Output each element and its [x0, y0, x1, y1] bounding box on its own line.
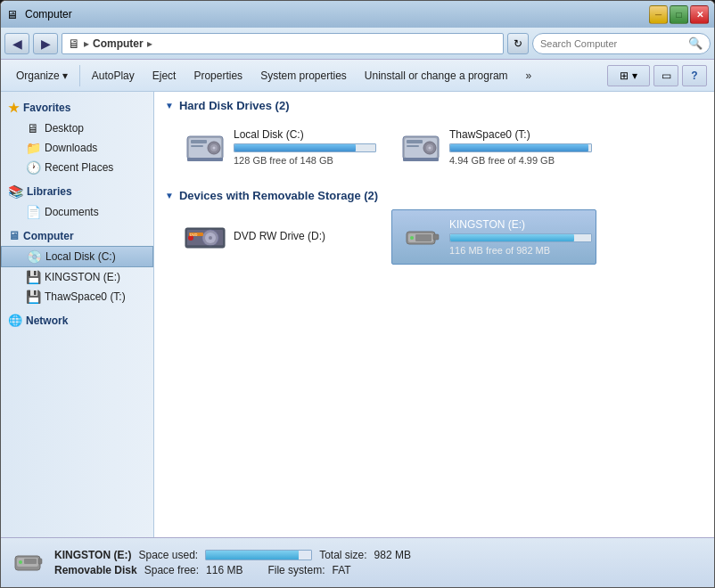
sidebar-item-kingston[interactable]: 💾 KINGSTON (E:)	[1, 267, 153, 287]
address-arrow2: ▸	[147, 37, 152, 50]
help-button[interactable]: ?	[682, 65, 707, 86]
sidebar-item-downloads[interactable]: 📁 Downloads	[1, 138, 153, 158]
favorites-header[interactable]: ★ Favorites	[1, 97, 153, 118]
hdd-title: Hard Disk Drives (2)	[179, 99, 290, 112]
thawspace-t-info: ThawSpace0 (T:) 4.94 GB free of 4.99 GB	[449, 128, 592, 166]
toolbar: Organize ▾ AutoPlay Eject Properties Sys…	[1, 60, 714, 92]
titlebar-left: 🖥 Computer	[6, 8, 72, 21]
svg-rect-34	[24, 559, 37, 564]
documents-label: Documents	[45, 206, 99, 218]
downloads-icon: 📁	[26, 141, 40, 155]
eject-button[interactable]: Eject	[144, 63, 185, 88]
recent-label: Recent Places	[45, 161, 113, 174]
search-icon: 🔍	[688, 37, 703, 50]
svg-rect-14	[407, 145, 419, 147]
local-c-name: Local Disk (C:)	[234, 128, 376, 141]
local-c-space: 128 GB free of 148 GB	[234, 155, 376, 166]
view-options-button[interactable]: ⊞ ▾	[607, 65, 650, 86]
svg-point-4	[213, 147, 216, 150]
libraries-section: 📚 Libraries 📄 Documents	[1, 181, 153, 222]
minimize-button[interactable]: ─	[649, 5, 668, 24]
hdd-triangle: ▼	[165, 101, 174, 110]
svg-rect-15	[403, 158, 439, 161]
svg-text:DVD: DVD	[190, 233, 198, 237]
favorites-section: ★ Favorites 🖥 Desktop 📁 Downloads 🕐 Rece…	[1, 97, 153, 177]
close-button[interactable]: ✕	[690, 5, 709, 24]
status-drive-name: KINGSTON (E:)	[54, 549, 131, 561]
status-filesystem-label: File system:	[267, 564, 325, 576]
removable-title: Devices with Removable Storage (2)	[179, 189, 378, 202]
status-info: KINGSTON (E:) Space used: Total size: 98…	[54, 549, 411, 576]
maximize-button[interactable]: □	[670, 5, 688, 24]
thawspace-t-space: 4.94 GB free of 4.99 GB	[449, 155, 592, 166]
sidebar-item-thawspace[interactable]: 💾 ThawSpace0 (T:)	[1, 287, 153, 306]
drive-dvd-d[interactable]: DVD DVD RW Drive (D:)	[176, 209, 381, 265]
system-properties-button[interactable]: System properties	[252, 63, 355, 88]
kingston-label: KINGSTON (E:)	[45, 271, 120, 283]
organize-label: Organize	[16, 69, 60, 82]
computer-header[interactable]: 🖥 Computer	[1, 225, 153, 246]
sidebar-item-local-disk[interactable]: 💿 Local Disk (C:)	[1, 246, 153, 267]
kingston-e-space: 116 MB free of 982 MB	[449, 245, 592, 256]
organize-arrow: ▾	[62, 69, 68, 82]
downloads-label: Downloads	[45, 142, 97, 154]
uninstall-button[interactable]: Uninstall or change a program	[357, 63, 516, 88]
toolbar-divider-1	[79, 65, 80, 86]
system-properties-label: System properties	[260, 69, 347, 82]
folder-icon: 🖥	[68, 37, 80, 51]
thawspace-t-bar	[449, 143, 592, 152]
star-icon: ★	[8, 101, 20, 115]
kingston-e-info: KINGSTON (E:) 116 MB free of 982 MB	[449, 218, 592, 256]
organize-button[interactable]: Organize ▾	[8, 63, 76, 88]
status-total-size-label: Total size:	[319, 549, 366, 561]
statusbar: KINGSTON (E:) Space used: Total size: 98…	[1, 537, 714, 587]
preview-pane-button[interactable]: ▭	[653, 65, 678, 86]
address-prefix: ▸	[84, 37, 89, 50]
svg-rect-13	[407, 140, 423, 143]
search-input[interactable]	[540, 38, 685, 49]
back-button[interactable]: ◀	[4, 33, 29, 54]
thawspace-t-bar-fill	[450, 144, 588, 151]
status-bar-bg	[205, 550, 312, 560]
local-c-image	[184, 126, 226, 168]
computer-section: 🖥 Computer 💿 Local Disk (C:) 💾 KINGSTON …	[1, 225, 153, 306]
toolbar-right: ⊞ ▾ ▭ ?	[607, 65, 707, 86]
drive-local-c[interactable]: Local Disk (C:) 128 GB free of 148 GB	[176, 119, 381, 175]
drive-kingston-e[interactable]: KINGSTON (E:) 116 MB free of 982 MB	[391, 209, 596, 265]
sidebar-item-desktop[interactable]: 🖥 Desktop	[1, 118, 153, 138]
sidebar-item-recent[interactable]: 🕐 Recent Places	[1, 158, 153, 177]
window: 🖥 Computer ─ □ ✕ ◀ ▶ 🖥 ▸ Computer ▸ ↻ 🔍 …	[0, 0, 715, 588]
window-controls: ─ □ ✕	[649, 5, 709, 24]
sidebar-item-documents[interactable]: 📄 Documents	[1, 202, 153, 222]
status-bar-wrap	[205, 550, 312, 560]
libraries-label: Libraries	[27, 185, 72, 198]
status-drive-image	[12, 547, 44, 579]
removable-section-header: ▼ Devices with Removable Storage (2)	[165, 189, 703, 202]
thawspace-label: ThawSpace0 (T:)	[45, 290, 126, 303]
address-box[interactable]: 🖥 ▸ Computer ▸	[62, 33, 504, 54]
more-button[interactable]: »	[518, 63, 540, 88]
libraries-header[interactable]: 📚 Libraries	[1, 181, 153, 202]
svg-rect-27	[433, 234, 439, 240]
network-header[interactable]: 🌐 Network	[1, 310, 153, 331]
properties-button[interactable]: Properties	[185, 63, 251, 88]
local-c-info: Local Disk (C:) 128 GB free of 148 GB	[234, 128, 376, 166]
search-box[interactable]: 🔍	[532, 33, 711, 54]
address-path: Computer	[93, 37, 144, 50]
refresh-button[interactable]: ↻	[507, 33, 529, 54]
drive-thawspace-t[interactable]: ThawSpace0 (T:) 4.94 GB free of 4.99 GB	[391, 119, 596, 175]
eject-label: Eject	[152, 69, 177, 82]
status-space-free-label: Space free:	[144, 564, 199, 576]
kingston-e-name: KINGSTON (E:)	[449, 218, 592, 231]
kingston-e-bar	[449, 233, 592, 242]
thawspace-t-image	[399, 126, 442, 168]
uninstall-label: Uninstall or change a program	[365, 69, 508, 82]
recent-icon: 🕐	[26, 160, 40, 175]
kingston-e-bar-fill	[450, 234, 574, 241]
svg-rect-24	[187, 245, 223, 246]
forward-button[interactable]: ▶	[33, 33, 58, 54]
favorites-label: Favorites	[23, 102, 70, 114]
svg-rect-5	[191, 140, 207, 143]
hdd-drives-grid: Local Disk (C:) 128 GB free of 148 GB	[165, 119, 703, 175]
autoplay-button[interactable]: AutoPlay	[84, 63, 143, 88]
